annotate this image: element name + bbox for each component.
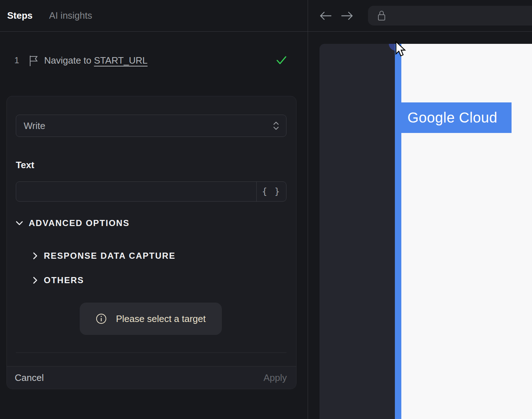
- left-panel-tabs: Steps AI insights: [7, 0, 92, 31]
- select-unfold-icon: [272, 121, 280, 130]
- step-title-text: Navigate to: [44, 55, 94, 66]
- tab-steps[interactable]: Steps: [7, 10, 33, 21]
- insert-variable-button[interactable]: { }: [256, 182, 286, 201]
- others-label: OTHERS: [44, 275, 84, 285]
- action-type-value: Write: [24, 120, 45, 132]
- highlighted-element-google-cloud[interactable]: Google Cloud: [400, 102, 512, 133]
- info-icon: [96, 313, 107, 324]
- response-data-capture-label: RESPONSE DATA CAPTURE: [44, 251, 176, 261]
- lock-icon: [377, 10, 386, 22]
- text-field-label: Text: [16, 160, 34, 171]
- tab-ai-insights[interactable]: AI insights: [49, 10, 92, 21]
- action-type-select[interactable]: Write: [16, 115, 286, 137]
- card-footer: Cancel Apply: [7, 366, 296, 389]
- advanced-options-label: ADVANCED OPTIONS: [29, 218, 130, 228]
- others-toggle[interactable]: OTHERS: [33, 275, 84, 285]
- browser-nav: [319, 0, 353, 31]
- cancel-button[interactable]: Cancel: [15, 372, 44, 383]
- back-arrow-icon[interactable]: [319, 11, 332, 20]
- header-divider: [0, 31, 532, 32]
- chevron-down-icon: [16, 221, 23, 226]
- start-url-link[interactable]: START_URL: [94, 55, 148, 66]
- step-editor-card: Write Text { } ADVANCED OPTIONS: [6, 96, 297, 389]
- chevron-right-icon: [33, 252, 38, 260]
- highlighted-sidebar-element[interactable]: [395, 44, 401, 419]
- select-target-notice-text: Please select a target: [116, 313, 206, 324]
- advanced-options-toggle[interactable]: ADVANCED OPTIONS: [16, 218, 130, 228]
- apply-button[interactable]: Apply: [263, 372, 287, 383]
- step-success-check-icon: [276, 55, 287, 66]
- chevron-right-icon: [33, 276, 38, 284]
- url-bar[interactable]: [368, 6, 532, 26]
- step-row[interactable]: 1 Navigate to START_URL: [0, 51, 308, 70]
- page-content-area: [401, 44, 532, 419]
- step-number: 1: [14, 55, 19, 65]
- panel-divider: [308, 0, 308, 419]
- flag-icon: [29, 55, 39, 67]
- response-data-capture-toggle[interactable]: RESPONSE DATA CAPTURE: [33, 251, 176, 261]
- browser-viewport: Google Cloud: [319, 44, 532, 419]
- highlighted-element-label: Google Cloud: [407, 110, 498, 126]
- select-target-notice: Please select a target: [80, 303, 222, 335]
- app-window: Steps AI insights 1 Navigate to START_UR…: [0, 0, 532, 419]
- step-title: Navigate to START_URL: [44, 55, 148, 66]
- text-input-group: { }: [16, 181, 286, 202]
- forward-arrow-icon[interactable]: [340, 11, 353, 20]
- text-input[interactable]: [16, 182, 256, 201]
- card-inset-divider: [16, 353, 286, 353]
